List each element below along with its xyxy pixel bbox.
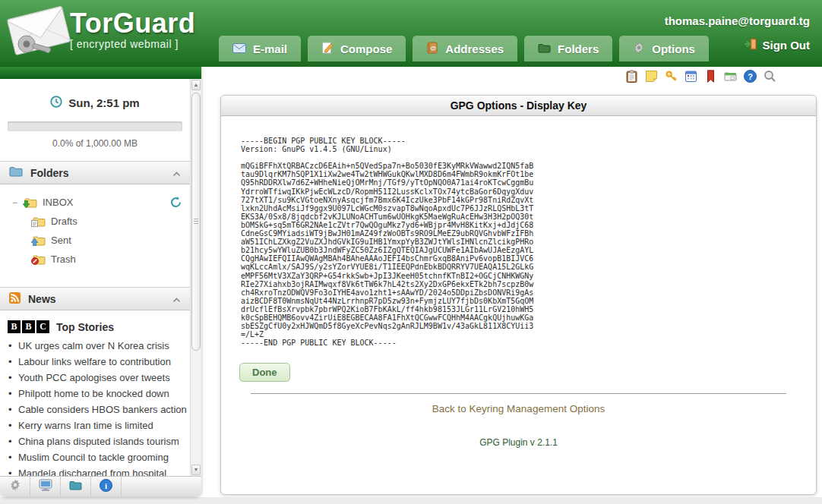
tab-compose[interactable]: Compose <box>308 36 406 61</box>
folders-icon <box>538 43 551 55</box>
clock-icon <box>50 96 62 110</box>
search-icon[interactable] <box>764 70 776 83</box>
news-source-row: B B C Top Stories <box>8 320 190 333</box>
panel-title: GPG Options - Display Key <box>221 96 816 116</box>
key-icon[interactable] <box>665 70 678 83</box>
sign-out-door-icon <box>744 38 757 52</box>
news-source-label: Top Stories <box>56 321 114 333</box>
clipboard-icon[interactable] <box>625 70 638 83</box>
tab-label: Options <box>652 43 695 55</box>
sidebar-footer-toolbar: i <box>0 476 201 496</box>
envelope-key-logo-icon <box>3 0 77 67</box>
info-button[interactable]: i <box>91 477 122 496</box>
folders-section-header[interactable]: Folders <box>0 161 190 184</box>
trash-folder-icon <box>33 254 46 265</box>
settings-gear-button[interactable] <box>0 477 30 496</box>
folder-item-sent[interactable]: Sent <box>12 231 190 250</box>
account-email: thomas.paine@torguard.tg <box>665 14 810 27</box>
back-to-keyring-link[interactable]: Back to Keyring Management Options <box>221 403 816 414</box>
news-headline-link[interactable]: Labour links welfare to contribution <box>8 355 187 368</box>
header-bottom-strip <box>0 61 822 67</box>
news-headline-link[interactable]: Youth PCC apologises over tweets <box>8 371 187 384</box>
monitor-icon <box>39 479 52 494</box>
news-headline-list: UK urges calm over N Korea crisis Labour… <box>0 339 190 476</box>
bookmark-icon[interactable] <box>704 70 717 83</box>
calendar-icon[interactable] <box>684 70 697 83</box>
folder-item-inbox[interactable]: − INBOX <box>12 193 190 212</box>
email-icon <box>232 43 246 55</box>
divider <box>251 393 786 394</box>
brand-tagline: [ encrypted webmail ] <box>70 38 195 50</box>
done-button[interactable]: Done <box>239 363 290 382</box>
tab-label: E-mail <box>253 43 287 55</box>
tab-label: Addresses <box>445 43 504 55</box>
clock-text: Sun, 2:51 pm <box>68 96 139 109</box>
refresh-icon[interactable] <box>169 196 182 211</box>
news-headline-link[interactable]: China plans disputed islands tourism <box>8 435 187 448</box>
brand-name: TorGuard <box>70 9 195 38</box>
svg-text:?: ? <box>748 72 753 81</box>
blue-folder-icon <box>9 166 23 179</box>
svg-text:@: @ <box>431 45 437 52</box>
clock-row: Sun, 2:51 pm <box>0 96 190 110</box>
webmail-app: TorGuard [ encrypted webmail ] thomas.pa… <box>0 0 822 504</box>
info-icon: i <box>100 479 112 495</box>
page-background-strip <box>0 497 822 504</box>
tab-options[interactable]: Options <box>619 36 709 61</box>
quota-text: 0.0% of 1,000.00 MB <box>0 138 190 149</box>
brand-text: TorGuard [ encrypted webmail ] <box>70 9 195 50</box>
sign-out-label: Sign Out <box>763 39 811 52</box>
tab-label: Folders <box>558 43 599 55</box>
bbc-letter: C <box>36 320 49 333</box>
tab-folders[interactable]: Folders <box>524 36 612 61</box>
folder-label: Drafts <box>51 216 77 227</box>
addresses-icon: @ <box>426 42 438 56</box>
quota-progress-bar <box>8 121 182 131</box>
tab-email[interactable]: E-mail <box>219 36 301 61</box>
folders-section-title: Folders <box>30 167 69 179</box>
display-settings-button[interactable] <box>30 477 61 496</box>
bbc-letter: B <box>8 320 21 333</box>
collapse-expander[interactable]: − <box>12 197 19 208</box>
sidebar-green-cap <box>0 67 201 79</box>
plugin-version-text: GPG Plugin v 2.1.1 <box>221 437 816 448</box>
folder-chat-icon[interactable] <box>724 70 737 83</box>
bbc-letter: B <box>22 320 35 333</box>
scrollbar-grip <box>194 219 198 225</box>
folder-item-trash[interactable]: Trash <box>12 250 190 269</box>
chevron-up-icon[interactable] <box>172 293 181 305</box>
gear-icon <box>9 479 21 494</box>
tab-addresses[interactable]: @ Addresses <box>413 36 517 61</box>
primary-nav-tabs: E-mail Compose @ Addresses Folders <box>219 36 709 61</box>
svg-text:i: i <box>105 480 107 490</box>
bbc-logo: B B C <box>8 320 49 333</box>
sidebar-scrollbar[interactable]: ▲ ▼ <box>190 79 201 476</box>
news-section-header[interactable]: News <box>0 287 190 310</box>
help-icon[interactable]: ? <box>744 70 757 83</box>
gpg-options-panel: GPG Options - Display Key -----BEGIN PGP… <box>220 95 817 495</box>
scrollbar-down-arrow[interactable]: ▼ <box>191 465 201 475</box>
news-headline-link[interactable]: UK urges calm over N Korea crisis <box>8 339 187 352</box>
folder-item-drafts[interactable]: Drafts <box>12 212 190 231</box>
scrollbar-thumb[interactable] <box>191 93 201 351</box>
folder-settings-button[interactable] <box>61 477 91 496</box>
news-headline-link[interactable]: Philpott home to be knocked down <box>8 387 187 400</box>
content-toolbar: ? <box>625 70 776 83</box>
rss-icon <box>9 292 21 306</box>
inbox-folder-icon <box>24 197 37 208</box>
folder-label: INBOX <box>43 197 73 208</box>
app-header: TorGuard [ encrypted webmail ] thomas.pa… <box>0 0 822 67</box>
scrollbar-up-arrow[interactable]: ▲ <box>191 80 201 90</box>
news-headline-link[interactable]: Mandela discharged from hospital <box>8 467 187 476</box>
chevron-up-icon[interactable] <box>172 167 181 179</box>
pgp-public-key-block: -----BEGIN PGP PUBLIC KEY BLOCK----- Ver… <box>241 137 816 347</box>
news-section-title: News <box>28 293 56 305</box>
folder-tree: − INBOX Drafts <box>0 184 190 275</box>
folder-label: Sent <box>51 235 71 246</box>
sign-out-button[interactable]: Sign Out <box>744 38 811 52</box>
news-headline-link[interactable]: Kerry warns Iran time is limited <box>8 419 187 432</box>
news-headline-link[interactable]: Cable considers HBOS bankers action <box>8 403 187 416</box>
sidebar: Sun, 2:51 pm 0.0% of 1,000.00 MB Folders… <box>0 67 201 496</box>
note-icon[interactable] <box>645 70 658 83</box>
news-headline-link[interactable]: Muslim Council to tackle grooming <box>8 451 187 464</box>
